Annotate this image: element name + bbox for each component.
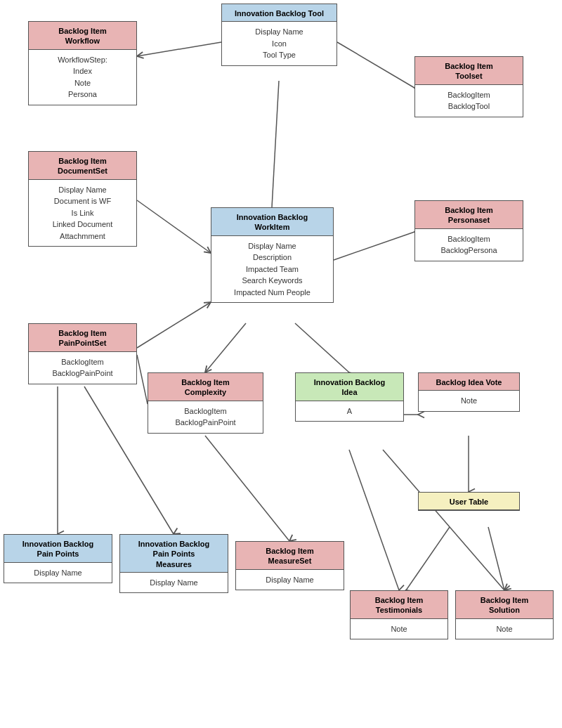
- box-backlog-item-workflow: Backlog ItemWorkflow WorkflowStep: Index…: [28, 21, 137, 105]
- field-workflowstep: WorkflowStep:: [32, 54, 133, 66]
- box-header-backlog-item-painpointset: Backlog ItemPainPointSet: [29, 324, 136, 352]
- field-attachmment: Attachmment: [32, 230, 133, 242]
- box-user-table: User Table: [418, 492, 520, 511]
- field-index: Index: [32, 65, 133, 77]
- box-header-backlog-item-solution: Backlog ItemSolution: [456, 591, 553, 619]
- box-innovation-backlog-idea: Innovation BacklogIdea A: [295, 372, 404, 422]
- box-body-backlog-item-measureset: Display Name: [236, 570, 344, 590]
- box-body-backlog-idea-vote: Note: [419, 391, 519, 411]
- box-backlog-item-documentset: Backlog ItemDocumentSet Display Name Doc…: [28, 151, 137, 247]
- svg-line-7: [137, 302, 211, 348]
- box-backlog-item-measureset: Backlog ItemMeasureSet Display Name: [235, 541, 344, 590]
- box-body-innovation-backlog-pain-points-measures: Display Name: [120, 573, 228, 593]
- field-backlogpainpoint: BacklogPainPoint: [151, 417, 260, 429]
- svg-line-6: [295, 323, 349, 372]
- box-body-backlog-item-complexity: BacklogItem BacklogPainPoint: [148, 401, 263, 433]
- svg-line-16: [406, 527, 450, 590]
- box-innovation-backlog-workitem: Innovation BacklogWorkItem Display Name …: [211, 207, 334, 303]
- field-display-name: Display Name: [7, 567, 109, 579]
- box-header-innovation-backlog-tool: Innovation Backlog Tool: [222, 4, 336, 22]
- box-header-backlog-idea-vote: Backlog Idea Vote: [419, 373, 519, 391]
- box-innovation-backlog-pain-points: Innovation BacklogPain Points Display Na…: [4, 534, 112, 583]
- box-backlog-item-solution: Backlog ItemSolution Note: [455, 590, 554, 639]
- box-body-backlog-item-painpointset: BacklogItem BacklogPainPoint: [29, 352, 136, 384]
- box-header-backlog-item-documentset: Backlog ItemDocumentSet: [29, 152, 136, 180]
- field-is-link: Is Link: [32, 207, 133, 219]
- field-note: Note: [459, 623, 550, 635]
- box-header-user-table: User Table: [419, 493, 519, 510]
- box-header-backlog-item-testimonials: Backlog ItemTestimonials: [351, 591, 447, 619]
- diagram-container: Innovation Backlog Tool Display Name Ico…: [0, 0, 562, 728]
- svg-line-8: [137, 355, 148, 404]
- box-body-backlog-item-toolset: BacklogItem BacklogTool: [415, 85, 523, 117]
- field-backlogpersona: BacklogPersona: [418, 245, 520, 256]
- box-header-backlog-item-workflow: Backlog ItemWorkflow: [29, 22, 136, 50]
- box-header-innovation-backlog-pain-points: Innovation BacklogPain Points: [4, 535, 112, 563]
- field-tool-type: Tool Type: [225, 49, 334, 61]
- field-note: Note: [353, 623, 445, 635]
- svg-line-3: [137, 200, 211, 253]
- svg-line-14: [349, 450, 399, 590]
- box-backlog-item-painpointset: Backlog ItemPainPointSet BacklogItem Bac…: [28, 323, 137, 384]
- field-note: Note: [32, 77, 133, 89]
- box-backlog-item-toolset: Backlog ItemToolset BacklogItem BacklogT…: [414, 56, 523, 117]
- svg-line-15: [383, 450, 504, 590]
- field-backlogitem: BacklogItem: [151, 405, 260, 417]
- field-backlogtool: BacklogTool: [418, 100, 520, 112]
- field-note: Note: [422, 395, 516, 407]
- svg-line-17: [488, 527, 504, 590]
- box-header-innovation-backlog-pain-points-measures: Innovation BacklogPain PointsMeasures: [120, 535, 228, 573]
- field-impacted-num-people: Impacted Num People: [214, 287, 330, 299]
- svg-line-5: [205, 323, 246, 372]
- field-search-keywords: Search Keywords: [214, 275, 330, 287]
- field-a: A: [299, 405, 400, 417]
- box-innovation-backlog-pain-points-measures: Innovation BacklogPain PointsMeasures Di…: [119, 534, 228, 593]
- box-body-innovation-backlog-tool: Display Name Icon Tool Type: [222, 22, 336, 65]
- svg-line-1: [337, 42, 414, 88]
- svg-line-13: [205, 436, 289, 541]
- box-body-backlog-item-personaset: BacklogItem BacklogPersona: [415, 229, 523, 261]
- box-backlog-idea-vote: Backlog Idea Vote Note: [418, 372, 520, 412]
- box-body-backlog-item-workflow: WorkflowStep: Index Note Persona: [29, 50, 136, 105]
- svg-line-4: [334, 232, 414, 260]
- field-display-name: Display Name: [239, 574, 341, 586]
- box-backlog-item-testimonials: Backlog ItemTestimonials Note: [350, 590, 448, 639]
- box-body-innovation-backlog-pain-points: Display Name: [4, 563, 112, 583]
- box-body-innovation-backlog-idea: A: [296, 401, 403, 422]
- box-header-backlog-item-toolset: Backlog ItemToolset: [415, 57, 523, 85]
- field-persona: Persona: [32, 89, 133, 100]
- box-header-backlog-item-personaset: Backlog ItemPersonaset: [415, 201, 523, 229]
- field-linked-document: Linked Document: [32, 219, 133, 230]
- box-body-backlog-item-testimonials: Note: [351, 619, 447, 639]
- field-document-is-wf: Document is WF: [32, 195, 133, 207]
- field-display-name: Display Name: [225, 26, 334, 38]
- box-header-backlog-item-measureset: Backlog ItemMeasureSet: [236, 542, 344, 570]
- svg-line-0: [137, 42, 221, 56]
- box-body-backlog-item-solution: Note: [456, 619, 553, 639]
- box-body-innovation-backlog-workitem: Display Name Description Impacted Team S…: [211, 236, 333, 303]
- field-backlogitem: BacklogItem: [32, 356, 133, 368]
- field-backlogpainpoint: BacklogPainPoint: [32, 368, 133, 379]
- field-backlogitem: BacklogItem: [418, 89, 520, 101]
- field-display-name: Display Name: [214, 240, 330, 252]
- box-header-innovation-backlog-workitem: Innovation BacklogWorkItem: [211, 208, 333, 236]
- field-impacted-team: Impacted Team: [214, 264, 330, 275]
- field-display-name: Display Name: [123, 577, 225, 589]
- field-backlogitem: BacklogItem: [418, 233, 520, 245]
- field-description: Description: [214, 252, 330, 264]
- svg-line-2: [272, 81, 279, 207]
- box-header-innovation-backlog-idea: Innovation BacklogIdea: [296, 373, 403, 401]
- field-icon: Icon: [225, 38, 334, 50]
- box-backlog-item-complexity: Backlog ItemComplexity BacklogItem Backl…: [148, 372, 263, 434]
- box-backlog-item-personaset: Backlog ItemPersonaset BacklogItem Backl…: [414, 200, 523, 261]
- field-display-name: Display Name: [32, 184, 133, 196]
- box-header-backlog-item-complexity: Backlog ItemComplexity: [148, 373, 263, 401]
- box-innovation-backlog-tool: Innovation Backlog Tool Display Name Ico…: [221, 4, 337, 66]
- box-body-backlog-item-documentset: Display Name Document is WF Is Link Link…: [29, 180, 136, 247]
